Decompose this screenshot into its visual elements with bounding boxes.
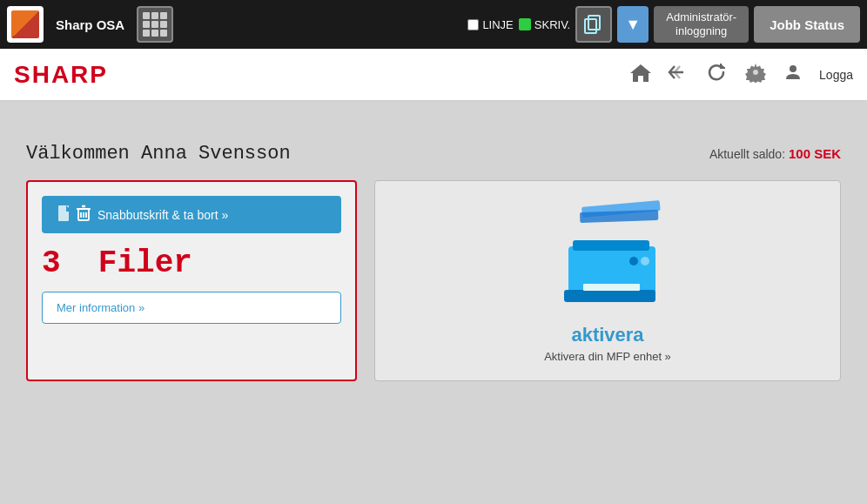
skriv-label-text: SKRIV. xyxy=(534,18,570,31)
top-bar: Sharp OSA LINJE SKRIV. ▼ Administratör- … xyxy=(0,0,867,49)
files-count: 3 Filer xyxy=(42,245,341,281)
svg-point-5 xyxy=(790,65,796,72)
grid-icon-button[interactable] xyxy=(137,6,173,43)
tab-pointer xyxy=(35,108,78,125)
osa-logo-button[interactable] xyxy=(7,6,44,43)
home-icon[interactable] xyxy=(629,62,652,88)
welcome-text: Välkommen Anna Svensson xyxy=(26,143,291,165)
balance-area: Aktuellt saldo: 100 SEK xyxy=(709,146,841,161)
user-icon[interactable] xyxy=(783,62,803,88)
quick-print-button[interactable]: Snabbutskrift & ta bort » xyxy=(42,196,341,233)
svg-rect-1 xyxy=(588,16,600,30)
settings-icon[interactable] xyxy=(744,62,767,88)
admin-line1: Administratör- xyxy=(666,10,736,24)
aktivera-link[interactable]: aktivera xyxy=(571,324,643,346)
dropdown-button[interactable]: ▼ xyxy=(617,6,649,43)
admin-line2: inloggning xyxy=(675,24,727,37)
back-icon[interactable] xyxy=(668,62,690,88)
skriv-green-icon xyxy=(519,18,531,30)
app-label: Sharp OSA xyxy=(49,17,131,32)
svg-marker-7 xyxy=(66,205,72,212)
left-card: Snabbutskrift & ta bort » 3 Filer Mer in… xyxy=(26,180,357,381)
svg-rect-0 xyxy=(585,19,596,33)
linje-label: LINJE xyxy=(482,18,513,31)
copy-icon-button[interactable] xyxy=(575,6,612,43)
welcome-row: Välkommen Anna Svensson Aktuellt saldo: … xyxy=(26,143,841,165)
svg-rect-19 xyxy=(583,284,640,291)
quick-print-icons xyxy=(57,205,91,225)
balance-amount: 100 SEK xyxy=(789,146,841,161)
file-icon xyxy=(57,205,73,225)
grid-icon xyxy=(143,12,167,37)
cards-row: Snabbutskrift & ta bort » 3 Filer Mer in… xyxy=(26,180,841,381)
tab-pointer-area xyxy=(0,101,867,125)
svg-point-21 xyxy=(641,257,649,265)
job-status-button[interactable]: Jobb Status xyxy=(754,6,860,43)
copy-icon xyxy=(583,14,604,35)
dropdown-arrow-icon: ▼ xyxy=(625,16,641,34)
right-card[interactable]: aktivera Aktivera din MFP enhet » xyxy=(374,180,841,381)
header-bar: SHARP xyxy=(0,49,867,101)
osa-logo-icon xyxy=(11,10,39,38)
main-content: Välkommen Anna Svensson Aktuellt saldo: … xyxy=(0,125,867,399)
admin-login-button[interactable]: Administratör- inloggning xyxy=(654,6,749,43)
header-icons: Logga xyxy=(629,62,853,88)
svg-rect-18 xyxy=(564,290,655,302)
linje-checkbox-label[interactable]: LINJE xyxy=(467,18,513,31)
logga-label[interactable]: Logga xyxy=(819,68,853,82)
quick-print-label: Snabbutskrift & ta bort » xyxy=(97,208,228,222)
refresh-icon[interactable] xyxy=(706,62,729,88)
mer-information-button[interactable]: Mer information » xyxy=(42,292,341,324)
svg-point-4 xyxy=(753,70,758,75)
mfp-svg xyxy=(529,198,686,312)
mfp-illustration xyxy=(529,198,686,315)
sharp-logo: SHARP xyxy=(14,61,108,89)
trash-icon xyxy=(77,205,91,225)
balance-label: Aktuellt saldo: xyxy=(709,147,785,161)
aktivera-sub[interactable]: Aktivera din MFP enhet » xyxy=(544,350,671,363)
svg-marker-2 xyxy=(630,64,651,82)
skriv-area: SKRIV. xyxy=(519,18,570,31)
svg-point-20 xyxy=(629,257,638,265)
linje-checkbox[interactable] xyxy=(467,19,479,30)
svg-rect-17 xyxy=(573,240,649,251)
